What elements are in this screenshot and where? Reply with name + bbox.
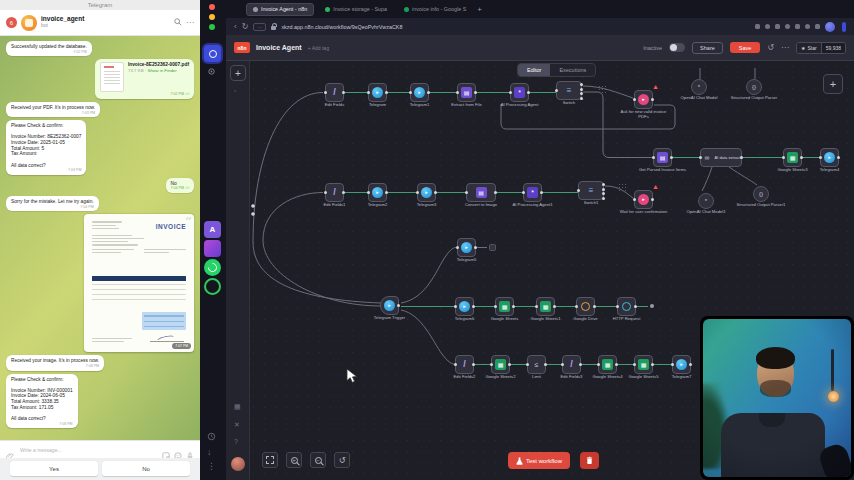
extension-icon[interactable]	[785, 24, 790, 29]
workflow-node-structured-output-parser[interactable]: {}Structured Output Parser	[746, 79, 762, 95]
workflow-node-google-sheets1[interactable]: ▦Google Sheets1	[536, 297, 555, 316]
workflow-node-google-drive[interactable]: Google Drive	[576, 297, 595, 316]
rail-nodes-icon[interactable]: ◦	[234, 87, 236, 94]
undo-button[interactable]: ↺	[334, 452, 350, 468]
workflow-node-edit-fields2[interactable]: /Edit Fields2	[455, 355, 474, 374]
workflow-node-ai-processing-agent[interactable]: *AI Processing Agent	[510, 83, 529, 102]
workflow-node-extract-from-file[interactable]: ▤Extract from File	[457, 83, 476, 102]
extension-icon[interactable]	[775, 24, 780, 29]
active-browser-app-icon[interactable]	[204, 45, 221, 62]
workflow-node-telegram3[interactable]: ▸Telegram3	[417, 183, 436, 202]
browser-tab[interactable]: Invoice Agent - n8n	[246, 3, 314, 16]
workflow-node-wait-for-user-confirmation[interactable]: ▸Wait for user confirmation▲	[634, 190, 653, 209]
profile-avatar[interactable]	[825, 22, 835, 32]
github-star-widget[interactable]: ★Star 59,938	[796, 42, 846, 54]
workflow-node-telegram5[interactable]: ▸Telegram5	[457, 238, 476, 257]
yes-button[interactable]: Yes	[10, 461, 98, 476]
add-node-button[interactable]: +	[823, 74, 843, 94]
new-tab-button[interactable]: +	[477, 5, 482, 14]
workflow-node-telegram7[interactable]: ▸Telegram7	[672, 355, 691, 374]
pdf-attachment[interactable]: Invoice-8E252362-0007.pdf73.7 KB · Show …	[95, 59, 194, 99]
delete-workflow-button[interactable]	[580, 452, 599, 469]
workflow-node-http-request[interactable]: HTTP Request	[617, 297, 636, 316]
workflow-node-switch1[interactable]: ≡Switch1	[578, 181, 604, 200]
zoom-window-icon[interactable]	[209, 24, 215, 30]
no-button[interactable]: No	[102, 461, 190, 476]
attach-icon[interactable]	[6, 446, 14, 454]
unread-badge[interactable]: 6	[6, 17, 17, 28]
extension-icon[interactable]	[815, 24, 820, 29]
more-dock-icon[interactable]: ⋮	[207, 462, 216, 471]
bot-avatar[interactable]	[21, 15, 37, 31]
activation-toggle[interactable]	[669, 43, 685, 52]
download-icon[interactable]: ↓	[207, 448, 212, 457]
zoom-in-button[interactable]: +	[286, 452, 302, 468]
workflow-node-openai-chat-model[interactable]: *OpenAI Chat Model	[691, 79, 707, 95]
workflow-node-edit-fields1[interactable]: /Edit Fields1	[325, 183, 344, 202]
gear-icon[interactable]	[207, 67, 216, 78]
workflow-node-convert-to-image[interactable]: ▤Convert to Image	[466, 183, 496, 202]
app-icon-a[interactable]: A	[204, 221, 221, 238]
workflow-node-telegram4[interactable]: ▸Telegram4	[820, 148, 839, 167]
app-icon-green[interactable]	[204, 278, 221, 295]
workflow-node-edit-fields[interactable]: /Edit Fields	[325, 83, 344, 102]
search-icon[interactable]	[174, 18, 182, 28]
workflow-node-google-sheets2[interactable]: ▦Google Sheets2	[491, 355, 510, 374]
sidebar-toggle[interactable]	[842, 22, 846, 32]
url-text[interactable]: xkzd.app.n8n.cloud/workflow/9sQeoPvhrVwz…	[281, 24, 750, 30]
sticker-icon[interactable]	[162, 446, 170, 454]
back-icon[interactable]: ‹	[234, 23, 237, 31]
zoom-out-button[interactable]: −	[310, 452, 326, 468]
workflow-node-switch[interactable]: ≡Switch	[556, 81, 582, 100]
message-input[interactable]	[18, 446, 158, 454]
workflow-node-edit-fields3[interactable]: /Edit Fields3	[562, 355, 581, 374]
tab-editor[interactable]: Editor	[518, 64, 550, 76]
browser-tab[interactable]: Invoice storage - Supa	[319, 3, 393, 16]
app-icon-purple[interactable]	[204, 240, 221, 257]
browser-tab[interactable]: invoice info - Google S	[398, 3, 472, 16]
n8n-logo[interactable]: n8n	[234, 42, 250, 53]
workflow-node-get-parsed-invoice-items[interactable]: ▤Get Parsed Invoice Items	[653, 148, 672, 167]
mic-icon[interactable]	[186, 446, 194, 454]
rail-add-button[interactable]: +	[230, 65, 246, 81]
whatsapp-icon[interactable]	[204, 259, 221, 276]
workflow-node-structured-output-parser1[interactable]: {}Structured Output Parser1	[753, 186, 769, 202]
save-button[interactable]: Save	[730, 42, 761, 53]
user-avatar[interactable]	[231, 457, 245, 471]
pdf-filename[interactable]: Invoice-8E252362-0007.pdf	[128, 62, 189, 67]
pdf-thumbnail[interactable]	[100, 62, 124, 92]
share-button[interactable]: Share	[692, 42, 723, 54]
workflow-node-telegram6[interactable]: ▸Telegram6	[455, 297, 474, 316]
help-icon[interactable]: ?	[234, 438, 238, 445]
workflow-node-telegram1[interactable]: ▸Telegram1	[410, 83, 429, 102]
test-workflow-button[interactable]: Test workflow	[508, 452, 570, 469]
fit-view-button[interactable]	[262, 452, 278, 468]
workflow-title[interactable]: Invoice Agent	[256, 44, 302, 51]
extension-icon[interactable]	[755, 24, 760, 29]
workflow-node-ask-for-new-valid-invoice-pdfs[interactable]: ▸Ask for new valid invoice PDFs▲	[634, 90, 653, 109]
workflow-node-ai-data-extract[interactable]: ∞AI data extract	[700, 148, 742, 167]
workflow-node-limit[interactable]: ≤Limit	[527, 355, 546, 374]
extension-icon[interactable]	[805, 24, 810, 29]
minimize-window-icon[interactable]	[209, 14, 215, 20]
chat-menu-icon[interactable]: ⋯	[186, 19, 194, 27]
variables-icon[interactable]: ✕	[234, 421, 240, 428]
extension-pill[interactable]: ⋯	[253, 23, 266, 31]
tab-executions[interactable]: Executions	[550, 64, 595, 76]
history-icon[interactable]: ↺	[767, 44, 774, 52]
extension-icon[interactable]	[765, 24, 770, 29]
workflow-node-google-sheets4[interactable]: ▦Google Sheets4	[598, 355, 617, 374]
workflow-node-google-sheets5[interactable]: ▦Google Sheets5	[634, 355, 653, 374]
workflow-node-ai-processing-agent1[interactable]: *AI Processing Agent1	[523, 183, 542, 202]
templates-icon[interactable]: ▦	[234, 403, 241, 410]
close-window-icon[interactable]	[209, 4, 215, 10]
workflow-node-telegram2[interactable]: ▸Telegram2	[368, 183, 387, 202]
add-tag-button[interactable]: + Add tag	[308, 45, 329, 51]
clock-icon[interactable]	[207, 432, 216, 443]
reload-icon[interactable]: ↻	[242, 23, 249, 31]
show-in-finder-link[interactable]: Show in Finder	[147, 68, 176, 73]
workflow-node-openai-chat-model1[interactable]: *OpenAI Chat Model1	[698, 193, 714, 209]
extension-icon[interactable]	[795, 24, 800, 29]
workflow-node-telegram-trigger[interactable]: ▸Telegram Trigger	[380, 296, 399, 315]
workflow-node-google-sheets[interactable]: ▦Google Sheets	[495, 297, 514, 316]
